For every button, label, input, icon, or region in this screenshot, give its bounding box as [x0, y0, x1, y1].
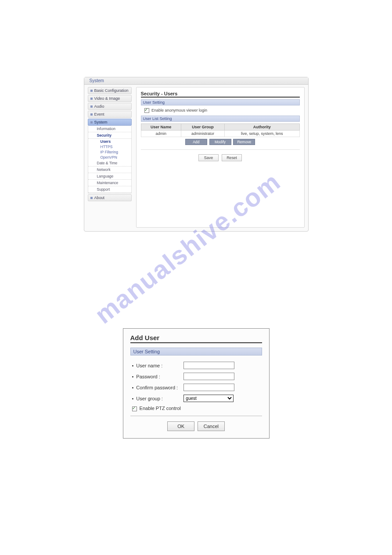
col-authority: Authority: [225, 124, 299, 131]
user-list-setting-bar: User List Setting: [141, 116, 300, 122]
confirm-password-input[interactable]: [183, 384, 234, 391]
user-group-select[interactable]: guest: [183, 395, 234, 402]
add-button[interactable]: Add: [185, 139, 207, 145]
bullet-icon: •: [132, 396, 134, 401]
username-label: User name :: [136, 363, 183, 368]
dialog-section-bar: User Setting: [130, 348, 262, 355]
enable-ptz-checkbox[interactable]: [132, 406, 137, 411]
security-users-panel: System Basic Configuration Video & Image…: [84, 77, 309, 232]
sidebar-sub-language[interactable]: Language: [88, 173, 131, 180]
save-button[interactable]: Save: [198, 154, 219, 161]
cell-group: administrator: [181, 131, 224, 137]
window-title: System: [84, 77, 308, 85]
cell-authority: live, setup, system, lens: [225, 131, 299, 137]
dialog-title: Add User: [130, 334, 262, 343]
anonymous-login-checkbox[interactable]: [144, 108, 149, 113]
enable-ptz-label: Enable PTZ control: [140, 406, 181, 411]
sidebar-sub-date-time[interactable]: Date & Time: [88, 160, 131, 167]
content-area: Security - Users User Setting Enable ano…: [136, 87, 305, 228]
sidebar-item-about[interactable]: About: [88, 194, 132, 201]
anonymous-login-label: Enable anonymous viewer login: [151, 108, 207, 112]
sidebar-sub-support[interactable]: Support: [88, 186, 131, 193]
sidebar-item-basic-config[interactable]: Basic Configuration: [88, 87, 132, 94]
table-row[interactable]: admin administrator live, setup, system,…: [141, 131, 299, 137]
user-group-label: User group :: [136, 396, 183, 401]
col-username: User Name: [141, 124, 181, 131]
sidebar-item-audio[interactable]: Audio: [88, 103, 132, 110]
sidebar-sub-maintenance[interactable]: Maintenance: [88, 180, 131, 186]
remove-button[interactable]: Remove: [233, 139, 255, 145]
password-input[interactable]: [183, 373, 234, 380]
sidebar-sub-ip-filtering[interactable]: IP Filtering: [88, 149, 131, 155]
user-setting-bar: User Setting: [141, 99, 300, 105]
confirm-password-label: Confirm password :: [136, 385, 183, 390]
reset-button[interactable]: Reset: [222, 154, 242, 161]
bullet-icon: •: [132, 385, 134, 390]
page-title: Security - Users: [141, 91, 300, 98]
sidebar-sub-users[interactable]: Users: [88, 139, 131, 144]
ok-button[interactable]: OK: [167, 421, 194, 431]
cell-name: admin: [141, 131, 181, 137]
sidebar-sub-security[interactable]: Security: [88, 132, 131, 139]
sidebar-sub-https[interactable]: HTTPS: [88, 144, 131, 149]
bullet-icon: •: [132, 374, 134, 379]
sidebar-item-system[interactable]: System: [88, 119, 132, 126]
modify-button[interactable]: Modify: [209, 139, 231, 145]
sidebar: Basic Configuration Video & Image Audio …: [88, 87, 132, 202]
username-input[interactable]: [183, 362, 234, 369]
sidebar-sub-information[interactable]: Information: [88, 126, 131, 132]
sidebar-system-submenu: Information Security Users HTTPS IP Filt…: [88, 126, 132, 193]
sidebar-sub-network[interactable]: Network: [88, 167, 131, 173]
sidebar-sub-openvpn[interactable]: OpenVPN: [88, 155, 131, 160]
sidebar-item-video-image[interactable]: Video & Image: [88, 95, 132, 102]
user-list-table: User Name User Group Authority admin adm…: [141, 123, 300, 137]
col-usergroup: User Group: [181, 124, 224, 131]
bullet-icon: •: [132, 363, 134, 368]
cancel-button[interactable]: Cancel: [198, 421, 225, 431]
add-user-dialog: Add User User Setting • User name : • Pa…: [123, 328, 270, 439]
password-label: Password :: [136, 374, 183, 379]
sidebar-item-event[interactable]: Event: [88, 111, 132, 118]
